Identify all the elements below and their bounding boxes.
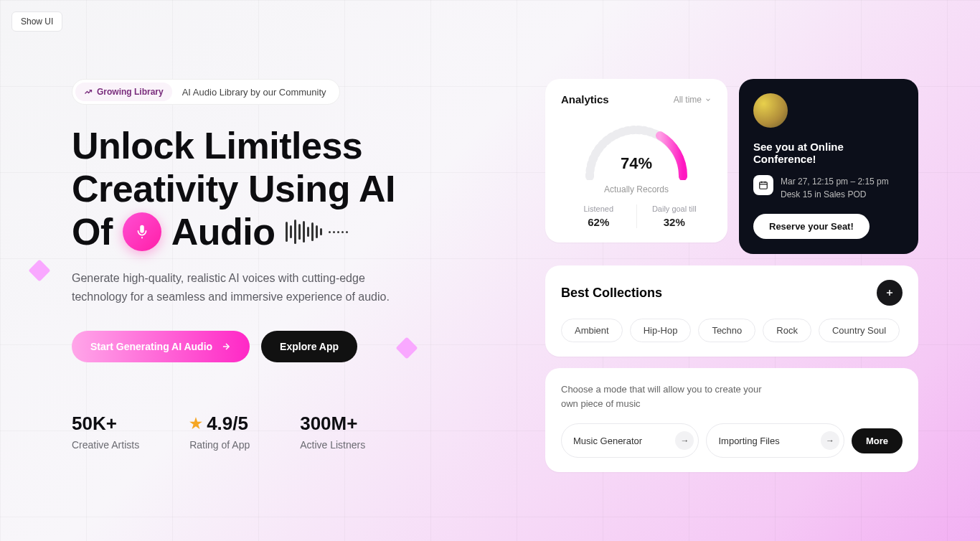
collections-card: Best Collections Ambient Hip-Hop Techno …	[545, 265, 918, 357]
gauge-chart: 74%	[561, 114, 712, 180]
tag-rock[interactable]: Rock	[763, 319, 811, 342]
stat-listeners: 300M+ Active Listners	[300, 413, 365, 451]
tag-ambient[interactable]: Ambient	[561, 319, 623, 342]
tag-techno[interactable]: Techno	[698, 319, 755, 342]
library-pill[interactable]: Growing Library AI Audio Library by our …	[72, 79, 340, 105]
mic-icon	[123, 212, 161, 251]
collections-title: Best Collections	[561, 286, 662, 301]
stat-rating: ★4.9/5 Rating of App	[189, 413, 250, 451]
waveform-icon	[286, 220, 348, 244]
mode-description: Choose a mode that will allow you to cre…	[561, 382, 762, 410]
analytics-range-dropdown[interactable]: All time	[674, 95, 712, 105]
gauge-label: Actually Records	[561, 184, 712, 194]
mini-stat-listened: Listened 62%	[561, 204, 636, 228]
arrow-right-icon: →	[821, 431, 839, 450]
decoration-diamond	[28, 259, 50, 281]
stats-row: 50K+ Creative Artists ★4.9/5 Rating of A…	[72, 413, 502, 451]
tag-country-soul[interactable]: Country Soul	[819, 319, 900, 342]
pill-tag: Growing Library	[75, 83, 172, 101]
plus-icon	[885, 288, 895, 298]
conference-location: Desk 15 in Sales POD	[781, 188, 889, 201]
analytics-title: Analytics	[561, 93, 609, 105]
mode-music-generator[interactable]: Music Generator →	[561, 423, 699, 458]
conference-card: See you at Online Conference! Mar 27, 12…	[739, 79, 918, 254]
explore-app-button[interactable]: Explore App	[261, 331, 357, 362]
start-generating-button[interactable]: Start Generating AI Audio	[72, 331, 250, 362]
calendar-icon	[753, 175, 773, 195]
more-modes-button[interactable]: More	[852, 428, 903, 453]
svg-rect-1	[760, 182, 768, 189]
show-ui-button[interactable]: Show UI	[11, 11, 62, 32]
tag-hiphop[interactable]: Hip-Hop	[630, 319, 692, 342]
reserve-seat-button[interactable]: Reserve your Seat!	[753, 214, 870, 239]
trend-icon	[84, 88, 93, 96]
conference-title: See you at Online Conference!	[753, 141, 904, 165]
conference-datetime: Mar 27, 12:15 pm – 2:15 pm	[781, 175, 889, 188]
arrow-right-icon	[221, 342, 231, 352]
add-collection-button[interactable]	[877, 280, 903, 306]
analytics-card: Analytics All time 74% Actually Records	[545, 79, 727, 243]
page-headline: Unlock Limitless Creativity Using AI Of …	[72, 125, 502, 253]
mode-importing-files[interactable]: Importing Files →	[706, 423, 844, 458]
pill-text: AI Audio Library by our Community	[172, 87, 336, 98]
stat-artists: 50K+ Creative Artists	[72, 413, 139, 451]
mode-card: Choose a mode that will allow you to cre…	[545, 368, 918, 472]
chevron-down-icon	[705, 96, 712, 103]
mini-stat-daily-goal: Daily goal till 32%	[636, 204, 712, 228]
arrow-right-icon: →	[675, 431, 694, 450]
star-icon: ★	[189, 415, 202, 432]
subtext: Generate high-quality, realistic AI voic…	[72, 269, 416, 306]
avatar	[753, 93, 788, 128]
